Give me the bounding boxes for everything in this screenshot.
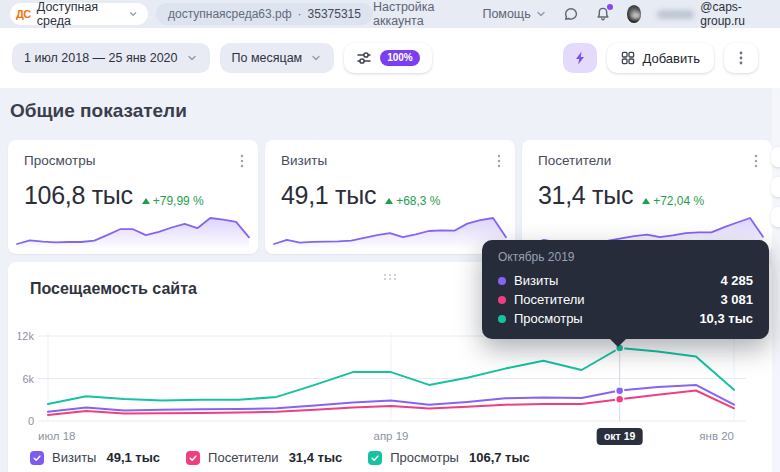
counter-id: 35375315 [308, 7, 361, 21]
trend-up-icon [642, 198, 650, 204]
sampling-control[interactable]: 100% [344, 43, 432, 73]
topbar-right: Настройка аккаунта Помощь @caps-group.ru [373, 0, 770, 28]
card-menu-button[interactable] [754, 154, 758, 172]
edge-toolbar-button[interactable] [771, 177, 780, 197]
metric-cards-row: Просмотры 106,8 тыс +79,99 % Визиты 49,1… [8, 140, 772, 254]
user-email-domain: @caps-group.ru [700, 0, 770, 28]
svg-text:янв 20: янв 20 [699, 430, 734, 442]
checkbox-checked-icon [30, 451, 44, 465]
filter-bar: 1 июл 2018 — 25 янв 2020 По месяцам 100% [0, 28, 780, 88]
metric-title: Просмотры [24, 153, 95, 168]
page-title: Общие показатели [10, 100, 187, 122]
svg-text:0: 0 [28, 415, 34, 427]
series-dot-icon [498, 315, 506, 323]
legend-value: 106,7 тыс [469, 450, 530, 465]
metric-delta: +79,99 % [142, 194, 204, 208]
user-name-redacted [657, 10, 694, 19]
help-label: Помощь [482, 7, 530, 21]
chart-tooltip: Октябрь 2019 Визиты 4 285 Посетители 3 0… [482, 240, 769, 339]
svg-text:12k: 12k [18, 330, 34, 342]
edge-toolbar-button[interactable] [771, 207, 780, 227]
legend-item-views[interactable]: Просмотры 106,7 тыс [368, 450, 530, 465]
tooltip-period: Октябрь 2019 [498, 250, 753, 264]
chart-legend: Визиты 49,1 тыс Посетители 31,4 тыс Прос… [30, 450, 530, 465]
date-range-label: 1 июл 2018 — 25 янв 2020 [24, 51, 178, 65]
edge-toolbar-button[interactable] [771, 147, 780, 167]
tooltip-label: Просмотры [514, 311, 691, 326]
checkbox-checked-icon [186, 451, 200, 465]
legend-label: Посетители [208, 450, 279, 465]
date-range-picker[interactable]: 1 июл 2018 — 25 янв 2020 [12, 43, 210, 73]
notifications-bell-icon[interactable] [595, 6, 611, 22]
grouping-label: По месяцам [232, 51, 303, 65]
checkbox-checked-icon [368, 451, 382, 465]
lightning-icon [572, 50, 588, 66]
metric-value: 106,8 тыс [24, 181, 133, 210]
svg-text:6k: 6k [22, 373, 34, 385]
svg-text:июл 18: июл 18 [38, 430, 76, 442]
series-dot-icon [498, 296, 506, 304]
quick-actions-button[interactable] [563, 43, 597, 73]
card-menu-button[interactable] [497, 154, 501, 172]
chart-title: Посещаемость сайта [30, 280, 197, 298]
legend-value: 31,4 тыс [289, 450, 343, 465]
chevron-down-icon [128, 8, 138, 20]
counter-switcher[interactable]: ДС Доступная среда [10, 3, 148, 25]
chevron-down-icon [535, 8, 547, 20]
metric-title: Посетители [538, 153, 611, 168]
dashboard-menu-button[interactable] [724, 43, 758, 73]
grouping-select[interactable]: По месяцам [220, 43, 335, 73]
legend-item-visits[interactable]: Визиты 49,1 тыс [30, 450, 160, 465]
trend-up-icon [142, 198, 150, 204]
trend-up-icon [385, 198, 393, 204]
counter-domain-pill: доступнаясреда63.рф · 35375315 [156, 3, 373, 25]
chevron-down-icon [186, 52, 198, 64]
metric-value: 31,4 тыс [538, 181, 633, 210]
drag-handle-icon[interactable] [382, 267, 398, 285]
chevron-down-icon [310, 52, 322, 64]
metric-card-visits: Визиты 49,1 тыс +68,3 % [265, 140, 515, 254]
metric-value: 49,1 тыс [281, 181, 376, 210]
account-settings-link[interactable]: Настройка аккаунта [373, 0, 466, 28]
tooltip-row-views: Просмотры 10,3 тыс [498, 309, 753, 328]
metric-delta: +72,04 % [642, 194, 704, 208]
metric-delta: +68,3 % [385, 194, 440, 208]
separator: · [298, 7, 302, 21]
card-menu-button[interactable] [240, 154, 244, 172]
site-domain: доступнаясреда63.рф [168, 7, 292, 21]
tooltip-value: 4 285 [720, 273, 753, 288]
metric-card-views: Просмотры 106,8 тыс +79,99 % [8, 140, 258, 254]
counter-name: Доступная среда [37, 0, 122, 28]
sampling-badge: 100% [380, 50, 420, 66]
notification-dot [607, 4, 613, 10]
chat-icon[interactable] [563, 6, 579, 22]
widgets-icon [621, 51, 635, 65]
metric-title: Визиты [281, 153, 327, 168]
legend-label: Просмотры [390, 450, 459, 465]
tooltip-label: Визиты [514, 273, 712, 288]
tooltip-row-visits: Визиты 4 285 [498, 271, 753, 290]
tooltip-row-visitors: Посетители 3 081 [498, 290, 753, 309]
add-widget-button[interactable]: Добавить [607, 43, 714, 73]
legend-label: Визиты [52, 450, 96, 465]
counter-logo-icon: ДС [16, 8, 31, 20]
add-widget-label: Добавить [643, 51, 700, 66]
metric-card-visitors: Посетители 31,4 тыс +72,04 % [522, 140, 772, 254]
tooltip-value: 10,3 тыс [699, 311, 753, 326]
legend-item-visitors[interactable]: Посетители 31,4 тыс [186, 450, 342, 465]
traffic-line-chart[interactable]: 06k12kиюл 18апр 19окт 19янв 20 [18, 328, 762, 446]
svg-text:апр 19: апр 19 [373, 430, 408, 442]
series-dot-icon [498, 277, 506, 285]
sparkline [14, 208, 252, 250]
tooltip-value: 3 081 [720, 292, 753, 307]
sparkline [271, 208, 509, 250]
kebab-menu-icon [739, 50, 743, 66]
svg-text:окт 19: окт 19 [604, 430, 636, 442]
help-menu[interactable]: Помощь [482, 7, 546, 21]
right-edge-strip [772, 88, 780, 472]
legend-value: 49,1 тыс [106, 450, 160, 465]
sliders-icon [356, 50, 372, 66]
user-avatar[interactable] [627, 5, 642, 23]
tooltip-label: Посетители [514, 292, 712, 307]
topbar: ДС Доступная среда доступнаясреда63.рф ·… [0, 0, 780, 28]
